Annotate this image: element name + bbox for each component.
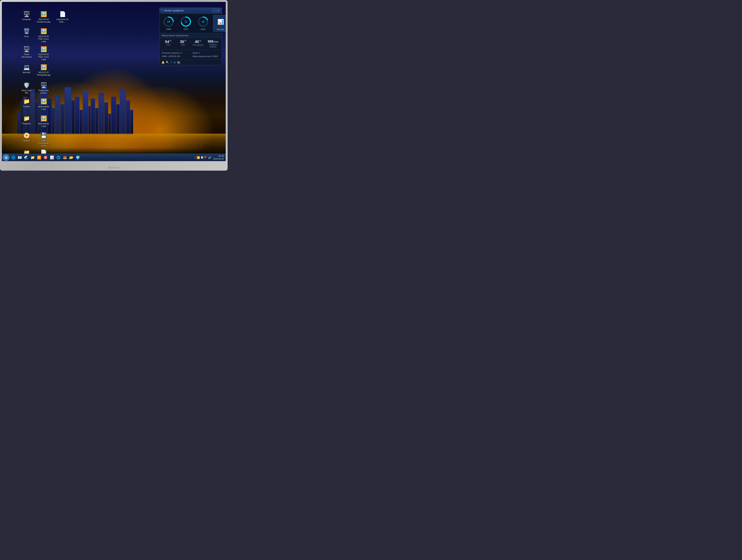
desktop-icon-panel[interactable]: 🖥️Panel sterowania [19,45,34,59]
widget-toolbar: 🔔 🔍 ↺ ⊞ 📷 [160,60,222,65]
info-left: Procesory logiczne: 4 RAM: 1,97/8,00 GB [162,51,189,58]
desktop-icon-programy[interactable]: 📁Programy [19,114,34,126]
taskbar-right: ▲ 📶 🛡️ 🚩 🔊 09:30 2024-04-25 [194,155,225,160]
taskbar-folder-icon[interactable]: 📁 [30,155,36,161]
tray-network[interactable]: 📶 [197,156,200,159]
icon-tomografia-label: 2023.07.07 Tomografia.jpg [37,71,50,76]
tray-shield[interactable]: 🛡️ [201,156,204,159]
widget-controls[interactable]: ← ✕ [212,9,220,12]
widget-close-btn[interactable]: ✕ [216,9,220,12]
icon-winuae-image: 💻 [23,63,30,71]
gpu-temp-label: GPU [177,44,190,46]
desktop-icon-kosz[interactable]: 🗑️Kosz [19,26,34,39]
desktop-icon-skierowanie1[interactable]: 🖼️skierowanie 1.jpg [36,97,51,111]
screen: 🖥️Komputer🖼️2023.05.05 Kreatynina.jpg📄vi… [2,2,226,161]
cpu-label: CPU [183,28,188,30]
desktop-icon-komputer[interactable]: 🖥️Komputer [19,9,34,21]
cpu-value: 71 [184,20,187,23]
toolbar-crop-icon[interactable]: ⊞ [173,61,176,64]
metric-label: Metryka [217,28,224,31]
taskbar: ⊞ 🌐 📧 🌊 📁 ▶️ 🎯 📊 🌐 🦊 📂 🌍 ▲ 📶 🛡️ [2,154,226,161]
tab-disk[interactable]: 18 Dysk [196,15,210,32]
info-right: Dyski: 3 Wykorzystanie sieci: 0,00% [193,51,219,58]
disk-label: Dysk [201,28,205,30]
desktop-icon-polaczenie[interactable]: 🖥️Połączenie lokalne [36,80,51,95]
icon-wisecare-image: 🛡️ [23,81,30,89]
clock-time: 09:30 [213,155,224,157]
taskbar-email-icon[interactable]: 📧 [17,155,23,161]
section-title: Więcej danych systemowych [160,33,222,38]
icon-programy-label: Programy [22,122,31,125]
widget-back-btn[interactable]: ← [212,9,216,12]
desktop-icon-grafika[interactable]: 📁Grafika [19,97,34,109]
desktop-icon-totalcmd[interactable]: 💾Total Commander 64 bit [36,131,51,148]
toolbar-refresh-icon[interactable]: ↺ [170,61,172,64]
tab-cpu[interactable]: 71 CPU [179,15,193,32]
icon-system-image: 📀 [23,131,30,139]
tray-volume[interactable]: 🔊 [208,156,211,159]
taskbar-ie-icon[interactable]: 🌐 [10,155,16,161]
icon-winuae-label: WinUAE [22,71,31,74]
icon-skierowanie2-image: 🖼️ [40,114,47,122]
toolbar-camera-icon[interactable]: 📷 [177,61,180,64]
system-info-row: Procesory logiczne: 4 RAM: 1,97/8,00 GB … [160,50,222,60]
toolbar-bell-icon[interactable]: 🔔 [161,61,165,64]
disks-info: Dyski: 3 [193,51,219,55]
desktop-icon-kreatynina[interactable]: 🖼️2023.05.05 Kreatynina.jpg [36,9,51,24]
ram-donut: 24 [163,16,174,27]
desktop-icon-wisecare[interactable]: 🛡️Wise Care 365 [19,80,34,95]
icon-kreatynina-label: 2023.05.05 Kreatynina.jpg [37,18,50,23]
icon-skierowanie2-label: skierowanie 2.jpg [37,122,50,127]
widget-title-text: Monitor wydajności [164,9,183,12]
taskbar-firefox-icon[interactable]: 🦊 [62,155,68,161]
gpu-temp: 35°C GPU [177,40,190,48]
taskbar-globe-icon[interactable]: 🌐 [55,155,61,161]
fan-label: Prędkość wiatraka [207,44,220,48]
widget-tabs: 24 RAM 71 CPU [160,14,222,33]
ram-label: RAM [166,28,171,30]
icon-skierowanie1-image: 🖼️ [40,98,47,105]
icon-kreatynina-image: 🖼️ [40,10,47,18]
disk-donut: 18 [198,16,209,27]
desktop-icon-vitascene[interactable]: 📄vitascene-10-help-... [55,9,70,24]
taskbar-web-icon[interactable]: 🌍 [75,155,81,161]
widget-icon: © [161,9,163,12]
icon-psa1-image: 🖼️ [40,27,47,35]
desktop-icon-skierowanie2[interactable]: 🖼️skierowanie 2.jpg [36,114,51,128]
icon-polaczenie-label: Połączenie lokalne [37,89,50,94]
tray-flag[interactable]: 🚩 [204,156,208,159]
desktop-icon-psa1[interactable]: 🖼️2023.05.05 PSA i mocz 1.jpg [36,26,51,44]
taskbar-edge-icon[interactable]: 🌊 [23,155,29,161]
icon-vitascene-image: 📄 [59,10,66,18]
taskbar-chart-icon[interactable]: 📊 [49,155,55,161]
tray-show-hidden[interactable]: ▲ [194,156,196,159]
fan-speed-value: 998 RPM [207,40,220,43]
desktop-icon-psa2[interactable]: 🖼️2023.05.05 PSA i mocz 2.jpg [36,45,51,62]
icon-tomografia-image: 🖼️ [40,63,47,71]
desktop-icon-winuae[interactable]: 💻WinUAE [19,63,34,74]
icon-skierowanie1-label: skierowanie 1.jpg [37,105,50,110]
taskbar-play-icon[interactable]: ▶️ [36,155,42,161]
icon-vitascene-label: vitascene-10-help-... [56,18,69,23]
widget-title: © Monitor wydajności [161,9,183,12]
icon-kosz-label: Kosz [24,35,29,38]
tab-metric[interactable]: 📊 Metryka [213,15,226,32]
mainboard-label: Płyta główna [192,44,205,46]
tab-ram[interactable]: 24 RAM [161,15,176,32]
clock[interactable]: 09:30 2024-04-25 [212,155,225,160]
mainboard-temp-value: 45°C [192,40,205,44]
desktop-icon-system[interactable]: 📀System [19,131,34,143]
taskbar-grid-icon[interactable]: 🎯 [43,155,49,161]
taskbar-icons: 🌐 📧 🌊 📁 ▶️ 🎯 📊 🌐 🦊 📂 🌍 [10,155,194,161]
start-button[interactable]: ⊞ [3,154,9,161]
icon-psa2-image: 🖼️ [40,45,47,53]
icon-psa1-label: 2023.05.05 PSA i mocz 1.jpg [37,35,50,43]
cpu-temp: 54°C CPU [162,40,175,48]
taskbar-files-icon[interactable]: 📂 [68,155,74,161]
monitor-brand: Belinea [108,166,120,169]
network-info: Wykorzystanie sieci: 0,00% [193,55,219,58]
icon-panel-label: Panel sterowania [20,53,34,58]
desktop-icon-tomografia[interactable]: 🖼️2023.07.07 Tomografia.jpg [36,63,51,77]
logical-cpus: Procesory logiczne: 4 [162,51,189,55]
toolbar-search-icon[interactable]: 🔍 [166,61,169,64]
